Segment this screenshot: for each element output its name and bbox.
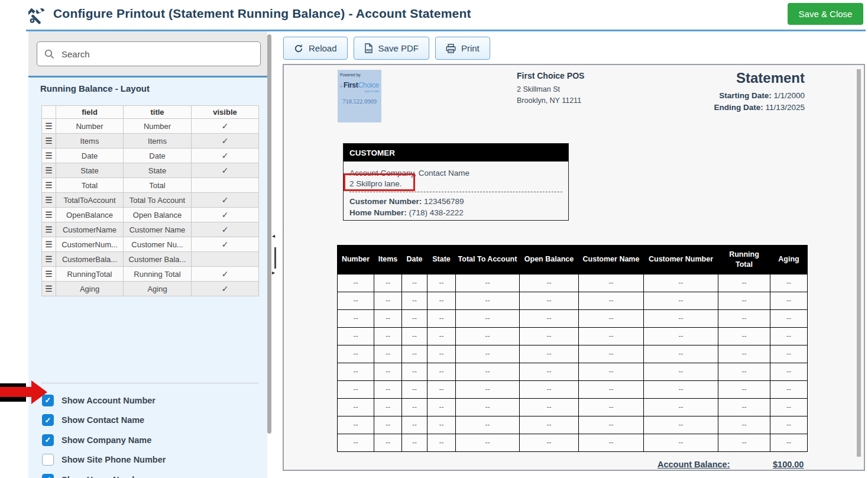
print-button[interactable]: Print	[435, 37, 490, 60]
stmt-cell: --	[520, 292, 579, 309]
stmt-cell: --	[338, 345, 374, 363]
stmt-cell: --	[427, 309, 456, 327]
left-panel-scrollbar[interactable]	[267, 34, 271, 434]
stmt-cell: --	[718, 363, 770, 380]
title-cell: Total To Account	[124, 193, 192, 208]
stmt-cell: --	[402, 327, 427, 345]
field-cell: RunningTotal	[56, 267, 124, 282]
visible-cell[interactable]: ✓	[192, 148, 259, 163]
drag-handle-icon[interactable]: ☰	[42, 252, 56, 267]
stmt-cell: --	[520, 416, 579, 434]
stmt-col-header: Open Balance	[520, 246, 579, 274]
stmt-cell: --	[644, 380, 718, 398]
field-cell: State	[56, 163, 124, 178]
visible-cell[interactable]: ✓	[192, 267, 259, 282]
drag-handle-icon[interactable]: ☰	[42, 222, 56, 237]
account-balance-label: Account Balance:	[658, 460, 730, 469]
reload-icon	[294, 44, 303, 53]
layout-section: Running Balance - Layout field title vis…	[28, 76, 267, 478]
logo-brand-first: First	[344, 81, 358, 89]
visible-cell[interactable]: ✓	[192, 119, 259, 134]
field-cell: OpenBalance	[56, 208, 124, 222]
visible-cell[interactable]: ✓	[192, 163, 259, 178]
drag-handle-icon[interactable]: ☰	[42, 237, 56, 252]
annotation-arrow-head-icon	[31, 380, 47, 404]
search-box[interactable]	[37, 41, 261, 66]
visible-cell[interactable]: ✓	[192, 208, 259, 222]
stmt-cell: --	[338, 416, 374, 434]
save-pdf-button[interactable]: PDF Save PDF	[354, 37, 429, 60]
visible-cell[interactable]: ✓	[192, 237, 259, 252]
account-company-text: Account Company,	[349, 169, 416, 177]
checkbox[interactable]: ✓	[42, 434, 54, 446]
stmt-cell: --	[770, 363, 808, 380]
checkbox[interactable]: ✓	[42, 414, 54, 426]
save-close-button[interactable]: Save & Close	[788, 3, 863, 25]
checkbox[interactable]	[42, 454, 54, 466]
drag-handle-icon[interactable]: ☰	[42, 208, 56, 222]
layout-table-row: ☰CustomerBala...Customer Bala...	[42, 252, 259, 267]
ending-date-line: Ending Date: 11/13/2025	[639, 102, 805, 114]
drag-handle-icon[interactable]: ☰	[42, 178, 56, 193]
stmt-row: --------------------	[338, 363, 808, 380]
visible-cell[interactable]: ✓	[192, 134, 259, 148]
stmt-cell: --	[374, 416, 402, 434]
drag-handle-icon[interactable]: ☰	[42, 163, 56, 178]
customer-number-value: 123456789	[424, 197, 464, 206]
visible-cell[interactable]: ✓	[192, 193, 259, 208]
stmt-cell: --	[427, 398, 456, 416]
account-balance-value: $100.00	[773, 460, 804, 469]
customer-number-label: Customer Number:	[349, 197, 422, 206]
visible-cell[interactable]: ✓	[192, 222, 259, 237]
layout-table: field title visible ☰NumberNumber✓☰Items…	[41, 105, 259, 296]
stmt-row: --------------------	[338, 345, 808, 363]
stmt-cell: --	[338, 274, 374, 292]
splitter-collapse-left-icon[interactable]: ◂	[272, 233, 275, 239]
stmt-cell: --	[338, 434, 374, 451]
reload-button[interactable]: Reload	[283, 37, 348, 60]
company-logo: Powered by: FirstChoice point of sale 71…	[338, 70, 381, 122]
title-cell: Date	[124, 148, 192, 163]
drag-handle-icon[interactable]: ☰	[42, 134, 56, 148]
logo-brand-choice: Choice	[358, 81, 379, 89]
visible-cell[interactable]: ✓	[192, 282, 259, 296]
checkbox[interactable]: ✓	[42, 474, 54, 478]
drag-handle-icon[interactable]: ☰	[42, 148, 56, 163]
search-input[interactable]	[60, 49, 253, 60]
stmt-cell: --	[402, 274, 427, 292]
checkbox-label: Show Company Name	[61, 435, 151, 445]
stmt-cell: --	[402, 309, 427, 327]
drag-handle-icon[interactable]: ☰	[42, 282, 56, 296]
stmt-cell: --	[644, 345, 718, 363]
field-cell: CustomerNum...	[56, 237, 124, 252]
stmt-cell: --	[579, 434, 644, 451]
stmt-cell: --	[374, 292, 402, 309]
drag-handle-icon[interactable]: ☰	[42, 267, 56, 282]
title-cell: Items	[124, 134, 192, 148]
stmt-cell: --	[520, 363, 579, 380]
title-cell: State	[124, 163, 192, 178]
stmt-cell: --	[770, 327, 808, 345]
visible-cell[interactable]	[192, 252, 259, 267]
drag-handle-icon[interactable]: ☰	[42, 119, 56, 134]
layout-table-row: ☰AgingAging✓	[42, 282, 259, 296]
contact-name-text: Contact Name	[416, 169, 469, 177]
splitter-expand-right-icon[interactable]: ▸	[272, 270, 275, 276]
statement-title: Statement	[639, 70, 805, 86]
splitter-handle[interactable]	[274, 247, 276, 269]
layout-table-row: ☰NumberNumber✓	[42, 119, 259, 134]
stmt-cell: --	[402, 398, 427, 416]
preview-scrollbar[interactable]	[857, 69, 861, 457]
checkbox-row: ✓Show Contact Name	[42, 414, 255, 427]
svg-text:PDF: PDF	[366, 49, 371, 52]
stmt-cell: --	[427, 434, 456, 451]
customer-number-line: Customer Number: 123456789	[349, 196, 562, 207]
stmt-cell: --	[427, 327, 456, 345]
stmt-cell: --	[374, 327, 402, 345]
stmt-cell: --	[520, 345, 579, 363]
ending-date-label: Ending Date:	[714, 103, 763, 112]
stmt-cell: --	[338, 380, 374, 398]
stmt-cell: --	[338, 292, 374, 309]
drag-handle-icon[interactable]: ☰	[42, 193, 56, 208]
visible-cell[interactable]	[192, 178, 259, 193]
